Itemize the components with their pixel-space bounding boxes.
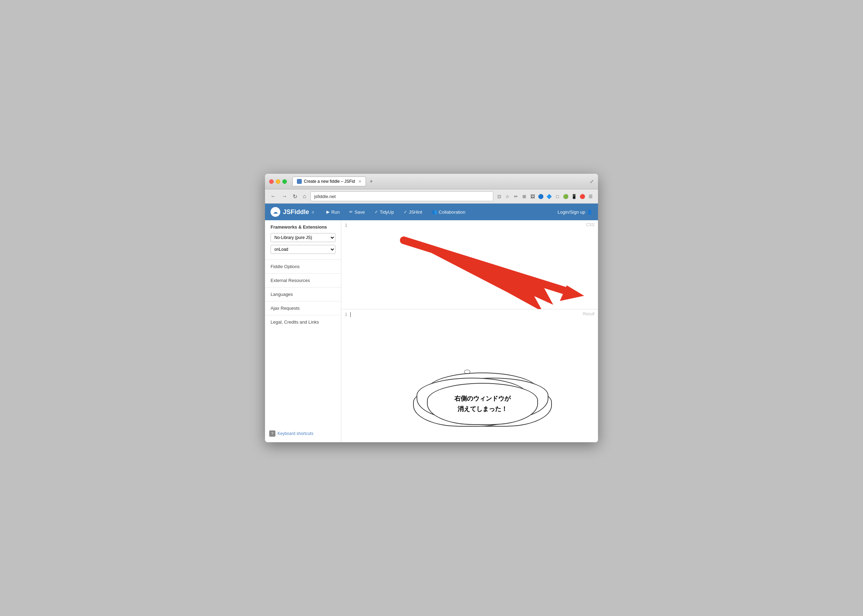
sidebar-link-external-resources[interactable]: External Resources <box>265 275 341 286</box>
app-header: ☁ JSFiddle α ▶ Run ✏ Save ✓ TidyUp ✓ JSH… <box>265 204 598 220</box>
divider-3 <box>265 287 341 288</box>
run-icon: ▶ <box>326 209 330 214</box>
extension1-icon[interactable]: 🔷 <box>546 193 552 200</box>
thought-bubble-container: 右側のウィンドウが消えてしまった！ <box>427 370 538 425</box>
result-editor-pane[interactable]: 1 Result 右側のウィンドウが消えてしまった！ <box>341 310 598 442</box>
collaboration-nav-item[interactable]: 👥 Collaboration <box>428 207 470 217</box>
frameworks-title: Frameworks & Extensions <box>270 225 335 229</box>
browser-window: Create a new fiddle – JSFid ✕ + ⤢ ← → ↻ … <box>265 174 598 442</box>
sidebar-link-fiddle-options[interactable]: Fiddle Options <box>265 261 341 272</box>
expand-icon[interactable]: ⤢ <box>589 179 594 184</box>
sidebar-link-legal[interactable]: Legal, Credits and Links <box>265 317 341 327</box>
logo-area: ☁ JSFiddle α <box>270 207 314 217</box>
divider-1 <box>265 259 341 260</box>
screenshot-icon[interactable]: ⊞ <box>521 193 527 200</box>
sidebar-link-ajax[interactable]: Ajax Requests <box>265 303 341 314</box>
minimize-button[interactable] <box>276 179 280 184</box>
url-input[interactable] <box>310 192 493 201</box>
red-icon[interactable]: 🔴 <box>579 193 585 200</box>
tab-favicon <box>297 179 302 184</box>
bubble-dot-medium <box>464 376 473 382</box>
run-nav-item[interactable]: ▶ Run <box>322 207 344 217</box>
browser-toolbar-icons: ⊡ ☆ ✏ ⊞ 🖼 🔵 🔷 □ 🟢 📱 🔴 ☰ <box>496 193 594 200</box>
home-button[interactable]: ⌂ <box>302 193 308 200</box>
jshint-nav-item[interactable]: ✓ JSHint <box>399 207 426 217</box>
mobile-icon[interactable]: 📱 <box>571 193 577 200</box>
result-line-number: 1 <box>345 312 351 317</box>
user-icon: 👤 <box>587 209 593 215</box>
logo-text: JSFiddle <box>283 209 309 216</box>
collaboration-label: Collaboration <box>439 209 465 215</box>
tools-icon[interactable]: ✏ <box>512 193 519 200</box>
cast-icon[interactable]: □ <box>554 193 561 200</box>
keyboard-shortcut-button[interactable]: ? <box>269 431 275 437</box>
shield-icon[interactable]: 🔵 <box>538 193 544 200</box>
library-select[interactable]: No-Library (pure JS) jQuery Prototype <box>270 233 335 242</box>
collaboration-icon: 👥 <box>432 209 437 214</box>
tab-area: Create a new fiddle – JSFid ✕ + <box>292 176 587 186</box>
reader-icon[interactable]: ⊡ <box>496 193 502 200</box>
address-bar: ← → ↻ ⌂ ⊡ ☆ ✏ ⊞ 🖼 🔵 🔷 □ 🟢 📱 🔴 ☰ <box>265 189 598 204</box>
frameworks-section: Frameworks & Extensions No-Library (pure… <box>265 220 341 258</box>
logo-alpha: α <box>312 210 314 214</box>
divider-5 <box>265 315 341 315</box>
bubble-dots <box>464 370 473 382</box>
save-icon: ✏ <box>349 209 353 214</box>
save-nav-item[interactable]: ✏ Save <box>345 207 369 217</box>
thought-bubble-main: 右側のウィンドウが消えてしまった！ <box>427 383 538 425</box>
refresh-button[interactable]: ↻ <box>291 193 299 201</box>
circle-icon[interactable]: 🟢 <box>563 193 569 200</box>
jshint-label: JSHint <box>409 209 422 215</box>
header-nav: ▶ Run ✏ Save ✓ TidyUp ✓ JSHint 👥 Collabo… <box>322 207 557 217</box>
red-arrow-svg <box>341 220 598 309</box>
sidebar-footer: ? Keyboard shortcuts <box>265 427 341 440</box>
title-bar: Create a new fiddle – JSFid ✕ + ⤢ <box>265 174 598 189</box>
maximize-button[interactable] <box>282 179 287 184</box>
run-label: Run <box>331 209 340 215</box>
editor-area: 1 CSS 1 Result <box>341 220 598 442</box>
login-label: Login/Sign up <box>557 209 585 215</box>
image-icon[interactable]: 🖼 <box>529 193 536 200</box>
result-label: Result <box>583 311 594 316</box>
svg-marker-2 <box>560 286 584 301</box>
active-tab[interactable]: Create a new fiddle – JSFid ✕ <box>292 176 366 186</box>
svg-marker-0 <box>411 242 563 309</box>
thought-bubble-text: 右側のウィンドウが消えてしまった！ <box>454 395 511 413</box>
back-button[interactable]: ← <box>269 193 278 200</box>
logo-icon: ☁ <box>270 207 280 217</box>
css-editor-pane[interactable]: 1 CSS <box>341 220 598 310</box>
bubble-dot-small <box>464 370 470 374</box>
forward-button[interactable]: → <box>280 193 289 200</box>
css-line-number: 1 <box>345 223 347 228</box>
new-tab-button[interactable]: + <box>367 178 375 185</box>
tab-close-icon[interactable]: ✕ <box>358 179 362 184</box>
tab-title: Create a new fiddle – JSFid <box>304 179 355 184</box>
menu-icon[interactable]: ☰ <box>588 193 594 200</box>
divider-4 <box>265 301 341 302</box>
save-label: Save <box>355 209 365 215</box>
main-content: Frameworks & Extensions No-Library (pure… <box>265 220 598 442</box>
traffic-lights <box>269 179 287 184</box>
cloud-icon: ☁ <box>273 209 278 215</box>
keyboard-shortcut-link[interactable]: Keyboard shortcuts <box>278 431 313 436</box>
jshint-icon: ✓ <box>404 209 407 214</box>
load-select[interactable]: onLoad onDomReady No wrap - in <head> <box>270 245 335 254</box>
close-button[interactable] <box>269 179 274 184</box>
login-button[interactable]: Login/Sign up 👤 <box>557 209 593 215</box>
svg-line-1 <box>404 240 570 292</box>
tidyup-icon: ✓ <box>375 209 378 214</box>
bookmark-icon[interactable]: ☆ <box>505 193 511 200</box>
tidyup-label: TidyUp <box>380 209 394 215</box>
css-label: CSS <box>586 222 594 227</box>
tidyup-nav-item[interactable]: ✓ TidyUp <box>371 207 398 217</box>
sidebar-link-languages[interactable]: Languages <box>265 289 341 300</box>
sidebar: Frameworks & Extensions No-Library (pure… <box>265 220 341 442</box>
